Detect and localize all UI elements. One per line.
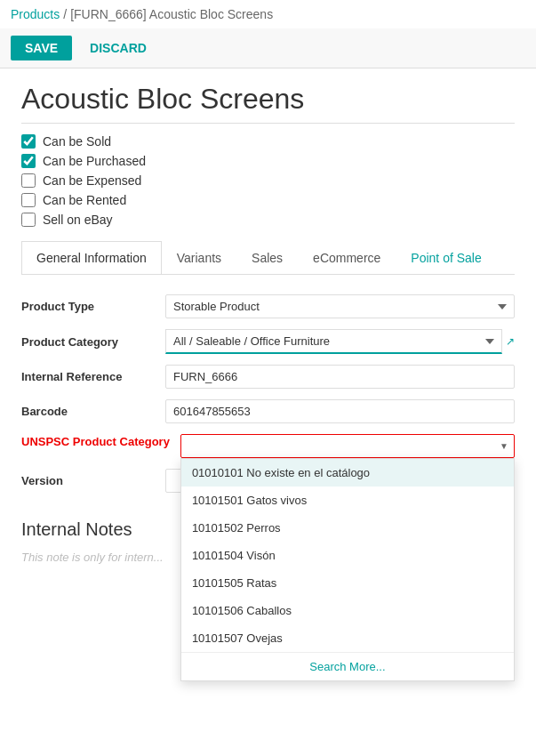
checkbox-can-be-expensed-input[interactable] xyxy=(21,173,36,188)
dropdown-search-more[interactable]: Search More... xyxy=(181,652,514,680)
dropdown-item-4[interactable]: 10101505 Ratas xyxy=(181,569,514,597)
breadcrumb-current: [FURN_6666] Acoustic Bloc Screens xyxy=(70,7,273,21)
checkbox-can-be-purchased-label: Can be Purchased xyxy=(43,154,146,168)
breadcrumb: Products / [FURN_6666] Acoustic Bloc Scr… xyxy=(0,0,536,28)
barcode-input[interactable] xyxy=(165,399,515,423)
product-category-label: Product Category xyxy=(21,335,155,349)
dropdown-item-0[interactable]: 01010101 No existe en el catálogo xyxy=(181,459,514,487)
checkbox-can-be-purchased-input[interactable] xyxy=(21,154,36,168)
tabs: General Information Variants Sales eComm… xyxy=(21,241,515,275)
checkbox-sell-on-ebay-input[interactable] xyxy=(21,213,36,227)
product-type-select[interactable]: Storable Product xyxy=(165,294,515,318)
main-content: Acoustic Bloc Screens Can be Sold Can be… xyxy=(0,68,536,578)
checkbox-can-be-expensed-label: Can be Expensed xyxy=(43,173,141,188)
checkbox-can-be-sold-label: Can be Sold xyxy=(43,134,111,149)
product-type-row: Product Type Storable Product xyxy=(21,289,515,324)
unspsc-field-wrap: ▼ 01010101 No existe en el catálogo 1010… xyxy=(180,434,515,458)
save-button[interactable]: SAVE xyxy=(11,36,72,60)
external-link-icon[interactable]: ↗ xyxy=(506,335,515,348)
tab-sales[interactable]: Sales xyxy=(236,241,298,274)
unspsc-input-container: ▼ xyxy=(180,434,515,458)
unspsc-dropdown: 01010101 No existe en el catálogo 101015… xyxy=(180,458,515,681)
checkbox-can-be-purchased[interactable]: Can be Purchased xyxy=(21,154,515,168)
product-category-value: All / Saleable / Office Furniture ↗ xyxy=(165,329,515,354)
tab-ecommerce[interactable]: eCommerce xyxy=(298,241,396,274)
internal-reference-input[interactable] xyxy=(165,365,515,389)
product-type-value: Storable Product xyxy=(165,294,515,318)
checkbox-can-be-expensed[interactable]: Can be Expensed xyxy=(21,173,515,188)
checkbox-can-be-sold[interactable]: Can be Sold xyxy=(21,134,515,149)
unspsc-input[interactable] xyxy=(181,435,494,457)
dropdown-item-6[interactable]: 10101507 Ovejas xyxy=(181,624,514,652)
checkbox-can-be-rented[interactable]: Can be Rented xyxy=(21,193,515,207)
product-title: Acoustic Bloc Screens xyxy=(21,83,515,124)
checkbox-sell-on-ebay-label: Sell on eBay xyxy=(43,213,113,227)
product-category-row: Product Category All / Saleable / Office… xyxy=(21,324,515,359)
tab-variants[interactable]: Variants xyxy=(162,241,236,274)
breadcrumb-products-link[interactable]: Products xyxy=(11,7,60,21)
breadcrumb-separator: / xyxy=(63,7,67,21)
dropdown-item-1[interactable]: 10101501 Gatos vivos xyxy=(181,487,514,514)
unspsc-row: UNSPSC Product Category ▼ 01010101 No ex… xyxy=(21,429,515,463)
checkbox-sell-on-ebay[interactable]: Sell on eBay xyxy=(21,213,515,227)
discard-button[interactable]: DISCARD xyxy=(79,36,157,60)
internal-reference-value xyxy=(165,365,515,389)
product-type-label: Product Type xyxy=(21,300,155,313)
dropdown-item-2[interactable]: 10101502 Perros xyxy=(181,514,514,542)
barcode-label: Barcode xyxy=(21,405,155,418)
version-label: Version xyxy=(21,474,155,487)
tab-point-of-sale[interactable]: Point of Sale xyxy=(396,241,496,274)
action-bar: SAVE DISCARD xyxy=(0,28,536,68)
checkbox-can-be-rented-label: Can be Rented xyxy=(43,193,126,207)
internal-reference-row: Internal Reference xyxy=(21,359,515,394)
checkbox-can-be-sold-input[interactable] xyxy=(21,134,36,149)
barcode-value xyxy=(165,399,515,423)
barcode-row: Barcode xyxy=(21,394,515,429)
product-category-select[interactable]: All / Saleable / Office Furniture xyxy=(165,329,502,354)
unspsc-label: UNSPSC Product Category xyxy=(21,434,170,450)
form-section: Product Type Storable Product Product Ca… xyxy=(21,289,515,498)
internal-reference-label: Internal Reference xyxy=(21,370,155,383)
checkbox-group: Can be Sold Can be Purchased Can be Expe… xyxy=(21,134,515,227)
tab-general-information[interactable]: General Information xyxy=(21,241,162,275)
dropdown-item-5[interactable]: 10101506 Caballos xyxy=(181,597,514,624)
dropdown-item-3[interactable]: 10101504 Visón xyxy=(181,542,514,569)
unspsc-dropdown-arrow[interactable]: ▼ xyxy=(494,441,514,451)
checkbox-can-be-rented-input[interactable] xyxy=(21,193,36,207)
